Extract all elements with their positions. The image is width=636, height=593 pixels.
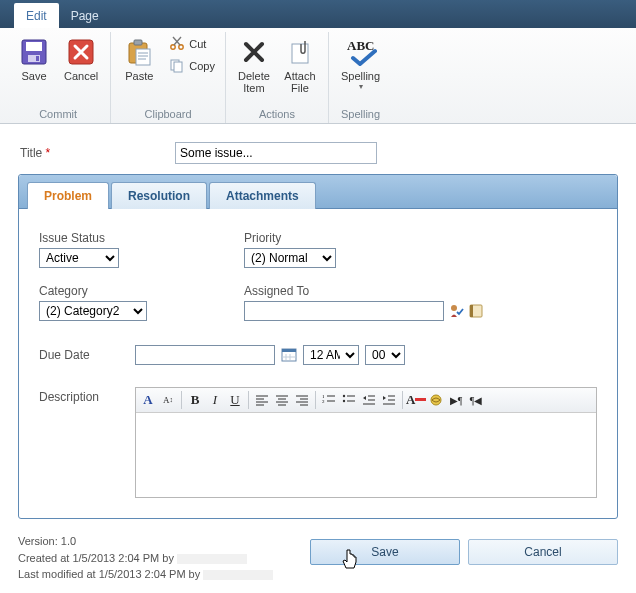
- calendar-picker-icon[interactable]: [281, 347, 297, 363]
- svg-rect-3: [36, 56, 39, 61]
- underline-icon[interactable]: U: [225, 390, 245, 410]
- cut-button[interactable]: Cut: [167, 34, 217, 54]
- due-date-label: Due Date: [39, 348, 129, 362]
- copy-button[interactable]: Copy: [167, 56, 217, 76]
- assigned-to-input[interactable]: [244, 301, 444, 321]
- svg-line-13: [174, 37, 181, 45]
- insert-link-icon[interactable]: [426, 390, 446, 410]
- copy-pages-icon: [169, 57, 185, 75]
- italic-icon[interactable]: I: [205, 390, 225, 410]
- version-text: Version: 1.0: [18, 533, 290, 550]
- due-date-hour-select[interactable]: 12 AM: [303, 345, 359, 365]
- bold-icon[interactable]: B: [185, 390, 205, 410]
- tab-problem[interactable]: Problem: [27, 182, 109, 209]
- ribbon-group-label: Spelling: [341, 106, 380, 123]
- ribbon-label: Attach File: [284, 70, 315, 94]
- issue-status-label: Issue Status: [39, 231, 204, 245]
- address-book-icon[interactable]: [468, 303, 484, 319]
- svg-text:ABC: ABC: [347, 38, 374, 53]
- outdent-icon[interactable]: [359, 390, 379, 410]
- rte-toolbar: A A↕ B I U 12 A: [136, 388, 596, 413]
- ribbon-group-commit: Save Cancel Commit: [6, 32, 111, 123]
- description-label: Description: [39, 387, 123, 404]
- svg-point-19: [451, 305, 457, 311]
- title-row: Title *: [0, 124, 636, 174]
- priority-select[interactable]: (2) Normal: [244, 248, 336, 268]
- svg-rect-6: [134, 40, 142, 45]
- svg-line-14: [173, 37, 180, 45]
- svg-point-44: [343, 400, 345, 402]
- clipboard-paste-icon: [123, 36, 155, 68]
- align-left-icon[interactable]: [252, 390, 272, 410]
- svg-marker-51: [383, 396, 386, 400]
- title-label: Title *: [20, 146, 175, 160]
- scissors-icon: [169, 35, 185, 53]
- align-right-icon[interactable]: [292, 390, 312, 410]
- spelling-abc-check-icon: ABC: [345, 36, 377, 68]
- ribbon-label: Cancel: [64, 70, 98, 82]
- category-select[interactable]: (2) Category2: [39, 301, 147, 321]
- modified-by-blank: [203, 570, 273, 580]
- ribbon-label: Delete Item: [238, 70, 270, 94]
- attach-paperclip-icon: [284, 36, 316, 68]
- window-tab-page[interactable]: Page: [59, 3, 111, 28]
- footer-save-button[interactable]: Save: [310, 539, 460, 565]
- font-color-a-icon[interactable]: A: [138, 390, 158, 410]
- paste-button[interactable]: Paste: [119, 34, 159, 84]
- bullet-list-icon[interactable]: [339, 390, 359, 410]
- created-text: Created at 1/5/2013 2:04 PM by: [18, 552, 174, 564]
- font-size-icon[interactable]: A↕: [158, 390, 178, 410]
- indent-icon[interactable]: [379, 390, 399, 410]
- delete-item-button[interactable]: Delete Item: [234, 34, 274, 96]
- ribbon-mini-label: Cut: [189, 38, 206, 50]
- rich-text-editor: A A↕ B I U 12 A: [135, 387, 597, 498]
- issue-status-select[interactable]: Active: [39, 248, 119, 268]
- due-date-input[interactable]: [135, 345, 275, 365]
- tab-resolution[interactable]: Resolution: [111, 182, 207, 209]
- align-center-icon[interactable]: [272, 390, 292, 410]
- window-tab-edit[interactable]: Edit: [14, 3, 59, 28]
- tab-attachments[interactable]: Attachments: [209, 182, 316, 209]
- footer: Version: 1.0 Created at 1/5/2013 2:04 PM…: [0, 529, 636, 593]
- title-input[interactable]: [175, 142, 377, 164]
- cursor-pointer-icon: [341, 548, 361, 575]
- svg-rect-1: [26, 42, 42, 51]
- text-highlight-icon[interactable]: A: [406, 390, 426, 410]
- description-textarea[interactable]: [136, 413, 596, 497]
- chevron-down-icon: ▾: [359, 82, 363, 91]
- ribbon-group-label: Clipboard: [145, 106, 192, 123]
- svg-point-12: [179, 45, 183, 49]
- form-panel: Problem Resolution Attachments Issue Sta…: [18, 174, 618, 519]
- check-names-icon[interactable]: [448, 303, 464, 319]
- cancel-x-icon: [65, 36, 97, 68]
- ribbon-label: Save: [21, 70, 46, 82]
- ribbon-mini-label: Copy: [189, 60, 215, 72]
- numbered-list-icon[interactable]: 12: [319, 390, 339, 410]
- ltr-direction-icon[interactable]: ▶¶: [446, 390, 466, 410]
- rtl-direction-icon[interactable]: ¶◀: [466, 390, 486, 410]
- ribbon-group-actions: Delete Item Attach File Actions: [226, 32, 329, 123]
- save-disk-icon: [18, 36, 50, 68]
- due-date-minute-select[interactable]: 00: [365, 345, 405, 365]
- svg-rect-21: [470, 305, 473, 317]
- svg-rect-7: [136, 49, 150, 65]
- assigned-to-label: Assigned To: [244, 284, 484, 298]
- modified-text: Last modified at 1/5/2013 2:04 PM by: [18, 568, 200, 580]
- svg-point-11: [171, 45, 175, 49]
- ribbon-group-label: Actions: [259, 106, 295, 123]
- svg-marker-47: [363, 396, 366, 400]
- panel-tab-strip: Problem Resolution Attachments: [19, 175, 617, 209]
- window-tab-strip: Edit Page: [0, 0, 636, 28]
- spelling-button[interactable]: ABC Spelling ▾: [337, 34, 384, 93]
- footer-cancel-button[interactable]: Cancel: [468, 539, 618, 565]
- attach-file-button[interactable]: Attach File: [280, 34, 320, 96]
- ribbon-group-label: Commit: [39, 106, 77, 123]
- ribbon-label: Paste: [125, 70, 153, 82]
- ribbon-label: Spelling: [341, 70, 380, 82]
- ribbon-group-spelling: ABC Spelling ▾ Spelling: [329, 32, 392, 123]
- delete-x-icon: [238, 36, 270, 68]
- ribbon-group-clipboard: Paste Cut Copy Clipboard: [111, 32, 226, 123]
- cancel-button[interactable]: Cancel: [60, 34, 102, 84]
- save-button[interactable]: Save: [14, 34, 54, 84]
- svg-text:2: 2: [322, 399, 325, 404]
